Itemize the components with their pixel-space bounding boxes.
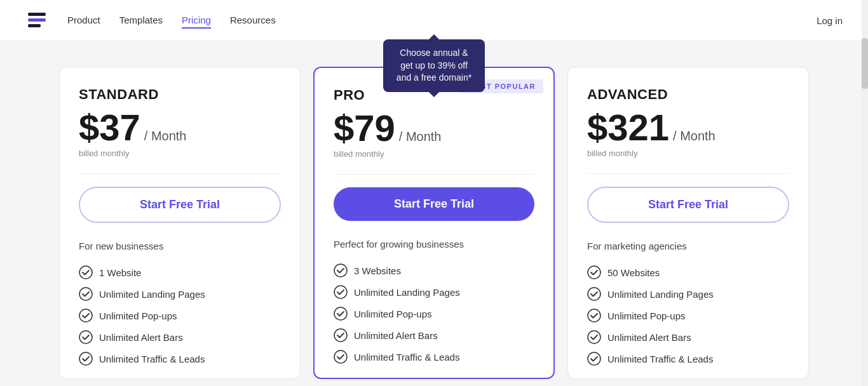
advanced-description: For marketing agencies xyxy=(587,241,789,251)
advanced-plan-name: ADVANCED xyxy=(587,86,789,103)
svg-point-13 xyxy=(588,266,600,279)
pricing-cards: STANDARD $37 / Month billed monthly Star… xyxy=(32,67,836,379)
svg-rect-2 xyxy=(28,24,41,27)
check-icon xyxy=(79,287,93,301)
svg-point-7 xyxy=(79,352,92,365)
check-icon xyxy=(587,330,601,344)
list-item: Unlimited Alert Bars xyxy=(587,330,789,344)
list-item: Unlimited Pop-ups xyxy=(334,307,534,321)
navbar: Product Templates Pricing Resources Log … xyxy=(0,0,868,41)
svg-point-16 xyxy=(588,331,600,343)
check-icon xyxy=(334,307,348,321)
list-item: 50 Websites xyxy=(587,265,789,279)
advanced-plan-card: ADVANCED $321 / Month billed monthly Sta… xyxy=(567,67,809,379)
standard-plan-card: STANDARD $37 / Month billed monthly Star… xyxy=(59,67,301,379)
list-item: Unlimited Landing Pages xyxy=(587,287,789,301)
list-item: Unlimited Landing Pages xyxy=(334,285,534,299)
svg-rect-0 xyxy=(28,13,46,16)
svg-point-5 xyxy=(79,309,92,322)
pro-period: / Month xyxy=(399,130,442,144)
login-button[interactable]: Log in xyxy=(817,15,843,26)
advanced-billing: billed monthly xyxy=(587,149,789,158)
check-icon xyxy=(79,265,93,279)
list-item: Unlimited Traffic & Leads xyxy=(79,352,281,366)
check-icon xyxy=(79,330,93,344)
standard-description: For new businesses xyxy=(79,241,281,251)
svg-point-8 xyxy=(334,264,347,277)
nav-item-product[interactable]: Product xyxy=(67,15,100,26)
nav-links: Product Templates Pricing Resources xyxy=(67,15,276,26)
advanced-cta-button[interactable]: Start Free Trial xyxy=(587,187,789,223)
check-icon xyxy=(79,309,93,323)
annual-tooltip: Choose annual & get up to 39% off and a … xyxy=(383,39,485,92)
pro-plan-card: MOST POPULAR PRO $79 / Month billed mont… xyxy=(313,67,555,379)
standard-plan-name: STANDARD xyxy=(79,86,281,103)
advanced-price-row: $321 / Month xyxy=(587,109,789,146)
check-icon xyxy=(79,352,93,366)
standard-period: / Month xyxy=(144,129,187,143)
svg-point-6 xyxy=(79,331,92,343)
check-icon xyxy=(334,350,348,364)
svg-point-11 xyxy=(334,329,347,342)
check-icon xyxy=(334,285,348,299)
nav-item-templates[interactable]: Templates xyxy=(119,15,163,26)
svg-rect-1 xyxy=(28,18,46,22)
advanced-price: $321 xyxy=(587,109,669,146)
pro-cta-button[interactable]: Start Free Trial xyxy=(334,187,534,221)
nav-item-resources[interactable]: Resources xyxy=(230,15,276,26)
list-item: Unlimited Pop-ups xyxy=(79,309,281,323)
scrollbar-thumb[interactable] xyxy=(862,38,868,89)
svg-point-3 xyxy=(79,266,92,279)
check-icon xyxy=(587,265,601,279)
svg-point-4 xyxy=(79,288,92,300)
list-item: Unlimited Pop-ups xyxy=(587,309,789,323)
pro-features: 3 Websites Unlimited Landing Pages Unlim… xyxy=(334,263,534,364)
advanced-features: 50 Websites Unlimited Landing Pages Unli… xyxy=(587,265,789,366)
standard-price: $37 xyxy=(79,109,140,146)
svg-point-17 xyxy=(588,352,600,365)
svg-point-10 xyxy=(334,307,347,320)
check-icon xyxy=(587,352,601,366)
svg-point-9 xyxy=(334,286,347,298)
svg-point-15 xyxy=(588,309,600,322)
list-item: Unlimited Traffic & Leads xyxy=(587,352,789,366)
standard-billing: billed monthly xyxy=(79,149,281,158)
tooltip-wrapper: Choose annual & get up to 39% off and a … xyxy=(383,39,485,92)
pro-price: $79 xyxy=(334,110,395,147)
pro-description: Perfect for growing businesses xyxy=(334,239,534,250)
standard-cta-button[interactable]: Start Free Trial xyxy=(79,187,281,223)
nav-item-pricing[interactable]: Pricing xyxy=(182,15,211,26)
list-item: 1 Website xyxy=(79,265,281,279)
check-icon xyxy=(334,263,348,277)
check-icon xyxy=(587,309,601,323)
check-icon xyxy=(334,328,348,342)
logo-icon[interactable] xyxy=(25,9,48,32)
list-item: Unlimited Landing Pages xyxy=(79,287,281,301)
list-item: Unlimited Alert Bars xyxy=(79,330,281,344)
list-item: 3 Websites xyxy=(334,263,534,277)
list-item: Unlimited Alert Bars xyxy=(334,328,534,342)
svg-point-14 xyxy=(588,288,600,300)
scrollbar[interactable] xyxy=(862,0,868,386)
svg-point-12 xyxy=(334,350,347,363)
advanced-period: / Month xyxy=(673,129,715,143)
standard-price-row: $37 / Month xyxy=(79,109,281,146)
pro-price-row: $79 / Month xyxy=(334,110,534,147)
pro-billing: billed monthly xyxy=(334,149,534,159)
check-icon xyxy=(587,287,601,301)
standard-features: 1 Website Unlimited Landing Pages Unlimi… xyxy=(79,265,281,366)
list-item: Unlimited Traffic & Leads xyxy=(334,350,534,364)
